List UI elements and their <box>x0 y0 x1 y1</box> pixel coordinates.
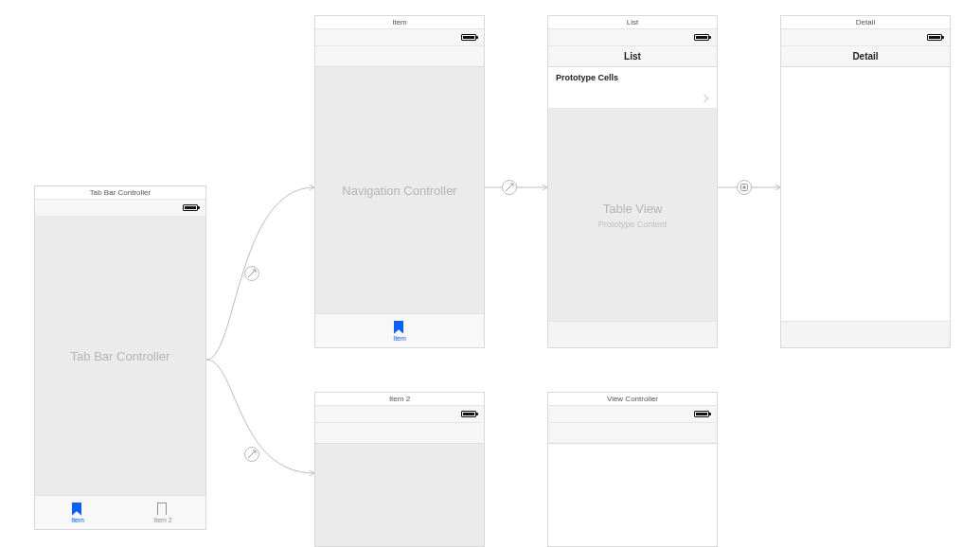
scene-title: Detail <box>781 16 950 29</box>
segue-show-icon[interactable] <box>737 180 752 195</box>
tab-bar: Item Item 2 <box>35 495 205 529</box>
prototype-cells-header: Prototype Cells <box>548 67 717 88</box>
battery-icon <box>694 34 709 41</box>
battery-icon <box>183 204 198 211</box>
bookmark-icon <box>157 503 169 516</box>
navigation-bar[interactable] <box>315 46 484 67</box>
tab-label: Item 2 <box>153 517 171 523</box>
navigation-bar[interactable]: List <box>548 46 717 67</box>
scene-list[interactable]: List List Prototype Cells Table View Pro… <box>547 15 718 348</box>
segue-relationship-icon[interactable] <box>244 447 259 462</box>
scene-navigation-controller-item2[interactable]: Item 2 <box>314 392 485 547</box>
status-bar <box>781 29 950 46</box>
status-bar <box>548 29 717 46</box>
scene-content: Tab Bar Controller <box>35 217 205 495</box>
prototype-cell[interactable] <box>548 88 717 109</box>
battery-icon <box>694 411 709 417</box>
scene-title: List <box>548 16 717 29</box>
segue-root-icon[interactable] <box>502 180 517 195</box>
nav-title: Detail <box>852 51 878 62</box>
scene-content <box>781 67 950 321</box>
placeholder-label: Tab Bar Controller <box>71 349 170 363</box>
battery-icon <box>927 34 942 41</box>
tab-item[interactable]: Item <box>385 314 414 347</box>
scene-tab-bar-controller[interactable]: Tab Bar Controller Tab Bar Controller It… <box>34 185 206 530</box>
tab-item[interactable]: Item <box>35 496 120 529</box>
scene-detail[interactable]: Detail Detail <box>780 15 951 348</box>
status-bar <box>35 200 205 217</box>
scene-content <box>315 444 484 546</box>
storyboard-canvas[interactable]: { "scenes": { "tabbar": { "title": "Tab … <box>0 0 980 547</box>
table-view-placeholder: Table View Prototype Content <box>548 109 717 321</box>
tab-label: Item <box>393 335 406 342</box>
bookmark-icon <box>72 503 83 516</box>
placeholder-label: Navigation Controller <box>342 184 456 198</box>
placeholder-label: Table View <box>603 202 663 216</box>
scene-navigation-controller-item[interactable]: Item Navigation Controller Item <box>314 15 485 348</box>
battery-icon <box>461 411 476 417</box>
segue-relationship-icon[interactable] <box>244 266 259 281</box>
navigation-bar[interactable] <box>315 423 484 444</box>
svg-rect-1 <box>743 186 746 189</box>
tab-label: Item <box>71 517 84 523</box>
status-bar <box>315 406 484 423</box>
scene-view-controller[interactable]: View Controller <box>547 392 718 547</box>
navigation-bar[interactable]: Detail <box>781 46 950 67</box>
toolbar <box>548 321 717 347</box>
scene-title: Item <box>315 16 484 29</box>
disclosure-chevron-icon <box>701 94 708 101</box>
placeholder-sublabel: Prototype Content <box>598 220 668 229</box>
toolbar <box>781 321 950 347</box>
battery-icon <box>461 34 476 41</box>
tab-bar: Item <box>315 313 484 347</box>
scene-title: View Controller <box>548 393 717 406</box>
bookmark-icon <box>394 321 405 334</box>
scene-title: Tab Bar Controller <box>35 186 205 200</box>
navigation-bar[interactable] <box>548 423 717 444</box>
scene-content: Navigation Controller <box>315 67 484 313</box>
nav-title: List <box>624 51 641 62</box>
status-bar <box>315 29 484 46</box>
scene-content <box>548 444 717 546</box>
status-bar <box>548 406 717 423</box>
tab-item-2[interactable]: Item 2 <box>120 496 205 529</box>
scene-title: Item 2 <box>315 393 484 406</box>
